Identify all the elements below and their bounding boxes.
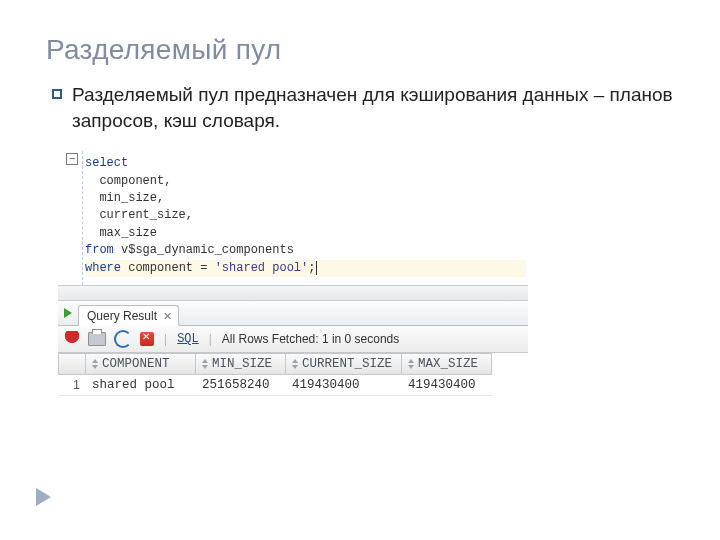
column-header[interactable]: MAX_SIZE xyxy=(402,353,492,375)
fold-toggle-icon[interactable]: − xyxy=(66,153,78,165)
cell: 251658240 xyxy=(196,375,286,396)
column-label: COMPONENT xyxy=(102,357,170,371)
print-icon[interactable] xyxy=(88,332,106,346)
screenshot-panel: − select component, min_size, current_si… xyxy=(58,151,528,396)
panel-divider xyxy=(58,285,528,301)
column-header[interactable]: CURRENT_SIZE xyxy=(286,353,402,375)
column-header[interactable]: COMPONENT xyxy=(86,353,196,375)
delete-icon[interactable] xyxy=(140,332,154,346)
sql-line[interactable]: max_size xyxy=(85,225,526,242)
results-tabbar: Query Result ✕ xyxy=(58,301,528,326)
column-label: MIN_SIZE xyxy=(212,357,272,371)
sql-editor[interactable]: − select component, min_size, current_si… xyxy=(82,151,528,285)
cell: 419430400 xyxy=(402,375,492,396)
run-icon[interactable] xyxy=(64,308,72,318)
cell: 419430400 xyxy=(286,375,402,396)
cell: shared pool xyxy=(86,375,196,396)
sort-icon[interactable] xyxy=(92,359,98,369)
bullet-item: Разделяемый пул предназначен для кэширов… xyxy=(52,82,674,133)
bullet-marker-icon xyxy=(52,89,62,99)
tab-query-result[interactable]: Query Result ✕ xyxy=(78,305,179,326)
sql-line[interactable]: select xyxy=(85,155,526,172)
column-header[interactable]: MIN_SIZE xyxy=(196,353,286,375)
sort-icon[interactable] xyxy=(408,359,414,369)
column-label: MAX_SIZE xyxy=(418,357,478,371)
row-number: 1 xyxy=(58,375,86,396)
row-number-header xyxy=(58,353,86,375)
results-toolbar: | SQL | All Rows Fetched: 1 in 0 seconds xyxy=(58,326,528,353)
bullet-text: Разделяемый пул предназначен для кэширов… xyxy=(72,82,674,133)
sql-line[interactable]: min_size, xyxy=(85,190,526,207)
sort-icon[interactable] xyxy=(202,359,208,369)
next-slide-icon[interactable] xyxy=(36,488,51,506)
slide-title: Разделяемый пул xyxy=(46,34,674,66)
table-row[interactable]: 1shared pool251658240419430400419430400 xyxy=(58,375,528,396)
sql-line[interactable]: component, xyxy=(85,173,526,190)
pin-icon[interactable] xyxy=(64,331,80,347)
sql-line[interactable]: where component = 'shared pool'; xyxy=(85,260,526,277)
fetch-status: All Rows Fetched: 1 in 0 seconds xyxy=(222,332,399,346)
refresh-icon[interactable] xyxy=(114,330,132,348)
sql-link[interactable]: SQL xyxy=(177,332,199,346)
sort-icon[interactable] xyxy=(292,359,298,369)
sql-line[interactable]: from v$sga_dynamic_components xyxy=(85,242,526,259)
results-grid: COMPONENTMIN_SIZECURRENT_SIZEMAX_SIZE 1s… xyxy=(58,353,528,396)
tab-label: Query Result xyxy=(87,309,157,323)
column-label: CURRENT_SIZE xyxy=(302,357,392,371)
sql-line[interactable]: current_size, xyxy=(85,207,526,224)
close-icon[interactable]: ✕ xyxy=(163,310,172,323)
